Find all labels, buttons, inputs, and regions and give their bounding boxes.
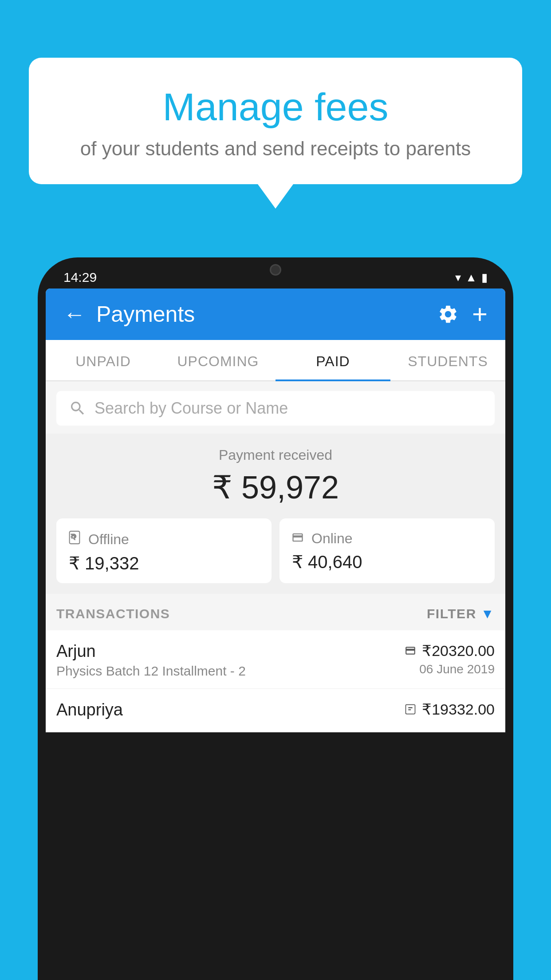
transaction-amount-row: ₹19332.00 [403,700,495,718]
offline-amount: ₹ 19,332 [67,553,261,573]
tab-paid[interactable]: PAID [276,340,390,380]
offline-card-top: Offline [67,530,261,549]
phone-outer: 14:29 ▾ ▲ ▮ ← Payments [38,257,513,980]
transaction-right: ₹20320.00 06 June 2019 [403,642,495,676]
search-bar[interactable]: Search by Course or Name [56,391,495,426]
header-left: ← Payments [63,301,195,327]
online-payment-icon [403,645,417,656]
payment-total-amount: ₹ 59,972 [56,469,495,506]
filter-label: FILTER [427,606,476,621]
app-header: ← Payments + [46,288,505,340]
back-button[interactable]: ← [63,303,86,325]
transaction-left: Arjun Physics Batch 12 Installment - 2 [56,642,403,679]
page-title: Payments [96,301,195,327]
online-card: Online ₹ 40,640 [279,518,495,583]
phone-notch [240,257,311,282]
gear-icon[interactable] [437,304,459,325]
online-amount: ₹ 40,640 [290,552,484,572]
table-row[interactable]: Anupriya ₹19332.00 [46,689,505,732]
payment-cards: Offline ₹ 19,332 [56,518,495,583]
tab-upcoming[interactable]: UPCOMING [161,340,276,380]
payment-received-label: Payment received [56,447,495,463]
bubble-subtitle: of your students and send receipts to pa… [60,138,491,160]
transaction-date: 06 June 2019 [403,662,495,676]
header-right: + [437,301,488,328]
transaction-amount: ₹20320.00 [422,642,495,660]
online-icon [290,530,305,547]
tabs-bar: UNPAID UPCOMING PAID STUDENTS [46,340,505,381]
camera-dot [270,264,281,276]
search-icon [69,399,87,417]
status-bar: 14:29 ▾ ▲ ▮ [46,265,505,288]
transaction-name: Arjun [56,642,403,661]
payment-summary: Payment received ₹ 59,972 [46,434,505,594]
transaction-right: ₹19332.00 [403,700,495,721]
filter-button[interactable]: FILTER ▼ [427,606,495,621]
filter-icon: ▼ [481,606,495,621]
phone-container: 14:29 ▾ ▲ ▮ ← Payments [38,257,513,980]
offline-icon [67,530,82,549]
transaction-amount-row: ₹20320.00 [403,642,495,660]
bubble-title: Manage fees [60,84,491,130]
online-label: Online [311,530,353,547]
speech-bubble-container: Manage fees of your students and send re… [29,58,522,209]
online-card-top: Online [290,530,484,547]
battery-icon: ▮ [481,271,488,285]
search-input[interactable]: Search by Course or Name [94,399,288,418]
wifi-icon: ▾ [455,271,461,285]
tab-unpaid[interactable]: UNPAID [46,340,161,380]
speech-bubble: Manage fees of your students and send re… [29,58,522,184]
offline-payment-icon [403,703,417,715]
search-container: Search by Course or Name [46,381,505,434]
transactions-label: TRANSACTIONS [56,606,170,621]
transaction-left: Anupriya [56,700,403,722]
transaction-amount: ₹19332.00 [422,700,495,718]
transactions-header: TRANSACTIONS FILTER ▼ [46,594,505,630]
offline-label: Offline [88,531,129,548]
transaction-detail: Physics Batch 12 Installment - 2 [56,664,403,679]
table-row[interactable]: Arjun Physics Batch 12 Installment - 2 ₹… [46,630,505,689]
add-button[interactable]: + [472,301,488,328]
tab-students[interactable]: STUDENTS [390,340,505,380]
status-icons: ▾ ▲ ▮ [455,271,488,285]
transaction-name: Anupriya [56,700,403,719]
phone-time: 14:29 [63,270,97,285]
app-screen: ← Payments + UNPAID UPCOMING PAID STUDEN… [46,288,505,732]
offline-card: Offline ₹ 19,332 [56,518,272,583]
bubble-arrow [258,184,293,209]
signal-icon: ▲ [465,271,477,285]
